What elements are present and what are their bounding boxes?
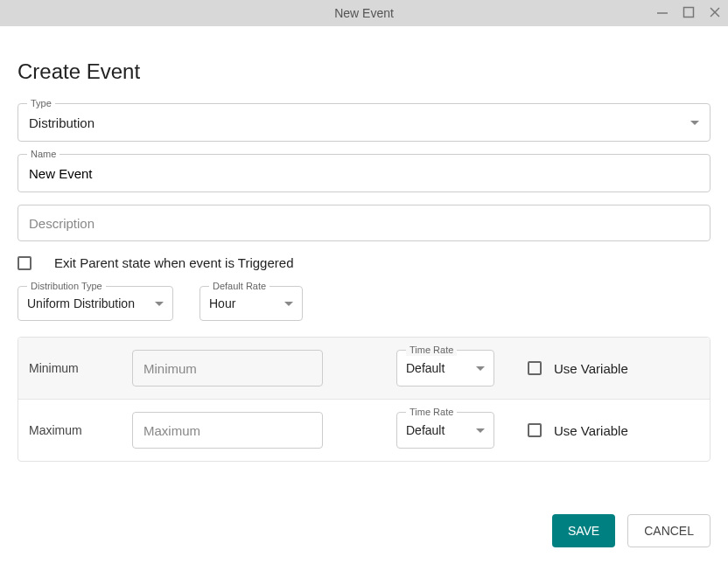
cancel-button[interactable]: CANCEL bbox=[627, 514, 710, 547]
minimum-time-rate-value: Default bbox=[406, 361, 444, 375]
type-label: Type bbox=[27, 97, 55, 109]
parameters-table: Minimum Time Rate Default Use Variable M… bbox=[18, 337, 710, 462]
window-controls bbox=[656, 0, 721, 26]
minimum-use-variable-checkbox[interactable] bbox=[528, 361, 542, 375]
page-title: Create Event bbox=[18, 59, 710, 84]
window-title: New Event bbox=[0, 6, 728, 20]
maximize-icon[interactable] bbox=[682, 6, 695, 21]
form-content: Create Event Type Distribution Name Exit… bbox=[0, 26, 728, 479]
name-input[interactable] bbox=[18, 155, 710, 192]
exit-parent-checkbox[interactable] bbox=[18, 256, 32, 270]
description-input[interactable] bbox=[18, 205, 710, 240]
svg-rect-1 bbox=[684, 7, 694, 17]
chevron-down-icon bbox=[284, 302, 293, 306]
save-button[interactable]: SAVE bbox=[552, 514, 615, 547]
chevron-down-icon bbox=[476, 366, 485, 371]
dialog-footer: SAVE CANCEL bbox=[0, 479, 728, 565]
description-field-wrapper bbox=[18, 205, 710, 241]
minimize-icon[interactable] bbox=[656, 6, 668, 21]
exit-parent-label: Exit Parent state when event is Triggere… bbox=[54, 255, 293, 270]
maximum-time-rate-label: Time Rate bbox=[406, 406, 457, 418]
maximum-use-variable-checkbox[interactable] bbox=[528, 423, 542, 437]
exit-parent-row: Exit Parent state when event is Triggere… bbox=[18, 255, 710, 270]
maximum-input[interactable] bbox=[132, 412, 323, 449]
distribution-type-select[interactable]: Distribution Type Uniform Distribution bbox=[18, 286, 173, 321]
type-select[interactable]: Type Distribution bbox=[18, 103, 710, 142]
minimum-label: Minimum bbox=[29, 361, 132, 375]
distribution-type-label: Distribution Type bbox=[27, 280, 106, 292]
default-rate-label: Default Rate bbox=[209, 280, 270, 292]
chevron-down-icon bbox=[690, 121, 699, 125]
minimum-use-variable-label: Use Variable bbox=[554, 361, 628, 376]
name-label: Name bbox=[27, 148, 60, 160]
maximum-time-rate-select[interactable]: Time Rate Default bbox=[396, 412, 494, 449]
close-icon[interactable] bbox=[709, 6, 721, 21]
minimum-time-rate-select[interactable]: Time Rate Default bbox=[396, 350, 494, 386]
title-bar: New Event bbox=[0, 0, 728, 26]
maximum-use-variable: Use Variable bbox=[528, 423, 628, 438]
default-rate-value: Hour bbox=[209, 296, 235, 310]
type-value: Distribution bbox=[29, 115, 94, 130]
name-field-wrapper: Name bbox=[18, 154, 710, 192]
chevron-down-icon bbox=[476, 428, 485, 433]
minimum-input[interactable] bbox=[132, 350, 323, 386]
maximum-time-rate-value: Default bbox=[406, 423, 444, 437]
minimum-time-rate-label: Time Rate bbox=[406, 344, 457, 356]
distribution-type-value: Uniform Distribution bbox=[27, 296, 135, 310]
minimum-row: Minimum Time Rate Default Use Variable bbox=[18, 338, 710, 400]
maximum-row: Maximum Time Rate Default Use Variable bbox=[18, 400, 710, 461]
chevron-down-icon bbox=[155, 302, 164, 306]
maximum-use-variable-label: Use Variable bbox=[554, 423, 628, 438]
distribution-row: Distribution Type Uniform Distribution D… bbox=[18, 286, 710, 321]
default-rate-select[interactable]: Default Rate Hour bbox=[200, 286, 303, 321]
maximum-label: Maximum bbox=[29, 423, 132, 437]
minimum-use-variable: Use Variable bbox=[528, 361, 628, 376]
